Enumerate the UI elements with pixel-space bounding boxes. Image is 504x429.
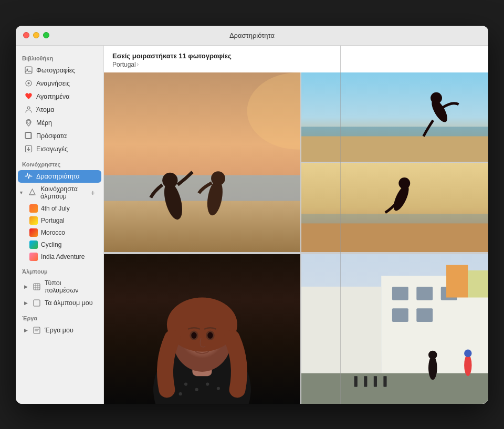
places-icon [24,119,33,127]
sidebar-item-places[interactable]: Μέρη [18,117,101,129]
albums-section-title: Άλμπουμ [16,263,103,277]
portugal-label: Portugal [41,217,65,224]
main-layout: Βιβλιοθήκη Φωτογραφίες Αναμνήσεις Αγαπημ… [16,46,488,404]
jump2-image [301,163,488,252]
imports-label: Εισαγωγές [36,145,68,153]
photos-label: Φωτογραφίες [36,67,75,74]
sidebar-item-cycling[interactable]: Cycling [18,239,101,250]
sidebar-item-activity[interactable]: Δραστηριότητα [18,170,101,183]
svg-point-29 [398,177,410,189]
svg-rect-0 [25,67,32,74]
projects-section-title: Έργα [16,310,103,323]
svg-point-62 [464,354,471,376]
portugal-album-icon [29,216,38,225]
imports-icon [24,145,33,153]
disclosure-triangle-icon: ▼ [19,190,24,195]
svg-rect-48 [392,287,408,300]
memories-label: Αναμνήσεις [36,80,70,87]
shared-albums-label: Κοινόχρηστα άλμπουμ [40,185,86,200]
content-area: Εσείς μοιραστήκατε 11 φωτογραφίες Portug… [104,46,488,404]
subtitle-chevron-icon: › [137,61,139,67]
media-types-icon [33,282,41,291]
sidebar-item-india[interactable]: India Adventure [18,251,101,263]
photo-grid [104,72,488,404]
content-title: Εσείς μοιραστήκατε 11 φωτογραφίες [112,52,480,60]
morocco-album-icon [29,228,38,237]
sidebar-item-imports[interactable]: Εισαγωγές [18,143,101,155]
my-albums-icon [33,299,41,307]
add-shared-album-button[interactable]: + [91,189,95,197]
svg-rect-53 [446,265,468,297]
photo-cell-jump2[interactable] [301,163,488,252]
sidebar-item-media-types[interactable]: ▶ Τύποι πολυμέσων [18,277,101,296]
svg-rect-14 [104,201,300,252]
my-albums-triangle: ▶ [24,300,28,306]
photo-cell-jump1[interactable] [301,72,488,162]
svg-rect-56 [354,376,358,387]
sidebar-item-recents[interactable]: Πρόσφατα [18,130,101,142]
my-projects-triangle: ▶ [24,328,28,333]
svg-point-18 [211,171,225,185]
recents-icon [24,132,33,140]
svg-rect-57 [364,376,367,387]
photo-cell-beach-dance[interactable] [104,72,300,252]
sidebar-item-my-projects[interactable]: ▶ Έργα μου [18,324,101,337]
close-button[interactable] [23,32,29,38]
svg-point-42 [206,382,209,385]
sidebar-item-4july[interactable]: 4th of July [18,203,101,214]
portrait-image [104,254,300,404]
svg-point-5 [27,120,30,123]
window-title: Δραστηριότητα [229,32,275,39]
svg-rect-22 [301,136,488,162]
svg-point-1 [26,69,28,70]
sidebar-item-memories[interactable]: Αναμνήσεις [18,77,101,90]
sidebar-item-shared-albums[interactable]: ▼ Κοινόχρηστα άλμπουμ + [18,183,101,202]
svg-rect-9 [34,284,40,290]
app-window: Δραστηριότητα Βιβλιοθήκη Φωτογραφίες Ανα… [16,26,488,404]
india-album-icon [29,253,38,261]
photo-top-row [104,72,488,252]
titlebar: Δραστηριότητα [16,26,488,46]
svg-rect-55 [301,373,488,404]
media-types-triangle: ▶ [24,284,28,289]
my-projects-label: Έργα μου [45,327,74,334]
sidebar-item-favorites[interactable]: Αγαπημένα [18,90,101,103]
svg-point-61 [428,350,437,359]
sidebar-item-people[interactable]: Άτομα [18,103,101,116]
svg-point-39 [207,332,213,338]
maximize-button[interactable] [43,32,49,38]
svg-rect-59 [383,376,386,387]
svg-point-63 [464,349,471,357]
portugal-link[interactable]: Portugal [112,61,136,68]
svg-point-40 [184,382,187,385]
sidebar-item-photos[interactable]: Φωτογραφίες [18,64,101,77]
people-icon [24,106,33,114]
svg-point-43 [217,387,220,390]
cycling-album-icon [29,240,38,249]
photo-cell-street[interactable] [301,254,488,404]
places-label: Μέρη [36,119,52,127]
svg-point-60 [428,356,437,380]
4july-label: 4th of July [41,205,70,212]
activity-icon [24,172,33,181]
photo-bottom-row [104,254,488,404]
photo-cell-portrait[interactable] [104,254,300,404]
photo-right-column [301,72,488,252]
minimize-button[interactable] [33,32,39,38]
favorites-label: Αγαπημένα [36,93,69,100]
content-subtitle[interactable]: Portugal › [112,61,480,68]
content-header: Εσείς μοιραστήκατε 11 φωτογραφίες Portug… [104,46,488,72]
people-label: Άτομα [36,106,55,113]
svg-point-41 [195,388,198,391]
activity-label: Δραστηριότητα [36,173,80,180]
sidebar-item-portugal[interactable]: Portugal [18,215,101,226]
4july-album-icon [29,204,38,213]
sidebar-item-my-albums[interactable]: ▶ Τα άλμπουμ μου [18,297,101,309]
my-projects-icon [33,326,41,334]
svg-point-24 [430,92,442,103]
svg-rect-49 [416,287,433,300]
svg-point-4 [27,107,30,109]
sidebar-item-morocco[interactable]: Morocco [18,227,101,238]
shared-section-title: Κοινόχρηστες [16,156,103,170]
svg-rect-52 [416,308,433,322]
